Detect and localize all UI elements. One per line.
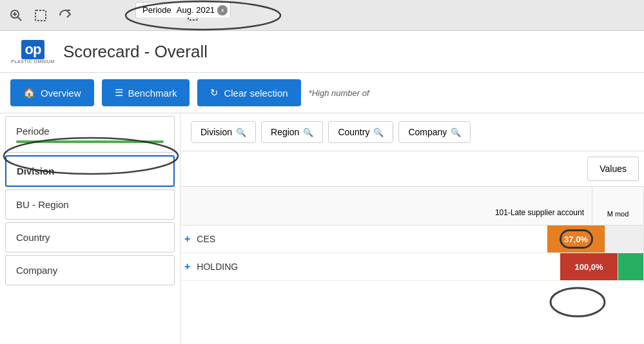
filter-division[interactable]: Division 🔍 xyxy=(191,121,256,143)
logo-op-text: op xyxy=(21,40,45,59)
filter-country-label: Country xyxy=(338,127,369,137)
cell-ces-101: 37,0% xyxy=(547,225,605,253)
svg-rect-4 xyxy=(35,10,46,21)
row-name-holding[interactable]: HOLDING xyxy=(194,256,560,277)
clear-selection-button[interactable]: ↻ Clear selection xyxy=(197,79,300,106)
right-panel: Division 🔍 Region 🔍 Country 🔍 Company 🔍 … xyxy=(181,113,644,344)
filter-region-label: Region xyxy=(271,127,299,137)
sidebar-item-periode[interactable]: Periode xyxy=(5,116,175,153)
filter-region-search-icon: 🔍 xyxy=(303,128,313,137)
cell-holding-101: 100,0% xyxy=(560,253,618,280)
top-toolbar: Periode Aug. 2021 × xyxy=(0,0,644,31)
clear-selection-label: Clear selection xyxy=(224,88,288,99)
row-expand-holding[interactable]: + xyxy=(181,261,194,272)
benchmark-icon: ☰ xyxy=(115,87,123,99)
sidebar-bu-region-label: BU - Region xyxy=(16,199,69,210)
data-rows: + CES 37,0% + HOLDING 100,0% xyxy=(181,225,644,344)
benchmark-button[interactable]: ☰ Benchmark xyxy=(102,79,190,106)
filter-country[interactable]: Country 🔍 xyxy=(328,121,393,143)
column-headers: 101-Late supplier account M mod xyxy=(181,187,644,225)
home-icon: 🏠 xyxy=(23,87,35,99)
filter-area: Division 🔍 Region 🔍 Country 🔍 Company 🔍 xyxy=(181,113,644,151)
values-bar: Values xyxy=(181,151,644,187)
filter-company-label: Company xyxy=(408,127,447,137)
cell-holding-m xyxy=(618,253,644,280)
filter-country-search-icon: 🔍 xyxy=(373,128,384,137)
overview-button[interactable]: 🏠 Overview xyxy=(10,79,94,106)
sidebar-item-bu-region[interactable]: BU - Region xyxy=(5,189,175,220)
action-bar: 🏠 Overview ☰ Benchmark ↻ Clear selection… xyxy=(0,73,644,113)
sidebar-item-country[interactable]: Country xyxy=(5,222,175,253)
filter-division-search-icon: 🔍 xyxy=(236,128,246,137)
logo-company-name: PLASTIC OMNIUM xyxy=(11,59,54,64)
svg-line-1 xyxy=(18,17,22,21)
sidebar-periode-label: Periode xyxy=(16,126,50,137)
filter-region[interactable]: Region 🔍 xyxy=(261,121,323,143)
cell-ces-circle: 37,0% xyxy=(560,229,593,249)
filter-company-search-icon: 🔍 xyxy=(451,128,461,137)
col-header-101-late: 101-Late supplier account xyxy=(487,187,592,225)
row-name-ces[interactable]: CES xyxy=(194,229,547,249)
period-tab-close-btn[interactable]: × xyxy=(217,5,228,15)
refresh-icon: ↻ xyxy=(210,87,219,99)
sidebar-item-division[interactable]: Division xyxy=(5,155,175,187)
row-expand-ces[interactable]: + xyxy=(181,233,194,245)
period-tab[interactable]: Periode Aug. 2021 × xyxy=(135,2,231,17)
overview-label: Overview xyxy=(41,88,81,99)
company-logo: op PLASTIC OMNIUM xyxy=(10,39,55,64)
values-button[interactable]: Values xyxy=(587,157,639,181)
sidebar: Periode Division BU - Region Country Com… xyxy=(0,113,181,344)
values-label: Values xyxy=(600,164,627,174)
benchmark-label: Benchmark xyxy=(128,88,177,99)
main-content: Periode Division BU - Region Country Com… xyxy=(0,113,644,344)
filter-company[interactable]: Company 🔍 xyxy=(398,121,471,143)
period-tab-label: Periode xyxy=(142,5,171,15)
col-header-m-mod: M mod xyxy=(592,187,644,225)
period-tab-value: Aug. 2021 xyxy=(177,5,215,15)
note-text: *High number of xyxy=(309,88,369,98)
selection-icon[interactable] xyxy=(31,6,50,25)
filter-division-label: Division xyxy=(200,127,232,137)
cell-ces-m xyxy=(605,225,644,253)
table-row-holding: + HOLDING 100,0% xyxy=(181,253,644,281)
page-title: Scorecard - Overall xyxy=(63,42,208,62)
sidebar-company-label: Company xyxy=(16,265,57,276)
sidebar-country-label: Country xyxy=(16,232,50,243)
page-header: op PLASTIC OMNIUM Scorecard - Overall xyxy=(0,31,644,73)
sidebar-division-label: Division xyxy=(17,166,54,177)
sidebar-item-company[interactable]: Company xyxy=(5,255,175,285)
table-row-ces: + CES 37,0% xyxy=(181,225,644,253)
zoom-icon[interactable] xyxy=(6,6,26,25)
redo-icon[interactable] xyxy=(55,6,75,25)
